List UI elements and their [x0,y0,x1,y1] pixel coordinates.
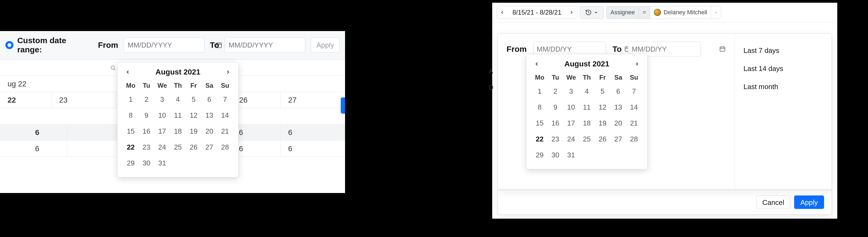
chevron-left-icon[interactable] [532,60,541,68]
from-date-input[interactable] [537,45,624,53]
calendar-day[interactable]: 26 [595,131,610,147]
chevron-left-icon[interactable] [123,68,132,76]
date-range-label[interactable]: 8/15/21 - 8/28/21 [507,9,566,16]
calendar-day[interactable]: 11 [170,107,186,123]
calendar-day[interactable]: 8 [123,107,138,123]
calendar-day[interactable]: 15 [532,115,548,131]
calendar-day[interactable]: 14 [626,99,642,115]
calendar-day[interactable]: 30 [138,155,154,171]
calendar-day[interactable]: 13 [202,107,217,123]
calendar-day[interactable]: 5 [595,83,610,99]
preset-list: Last 7 days Last 14 days Last month [735,33,832,189]
chevron-right-icon[interactable] [566,6,577,19]
calendar-day[interactable]: 12 [595,99,610,115]
cancel-button[interactable]: Cancel [756,195,790,209]
calendar-day[interactable]: 16 [548,115,563,131]
chip-close-icon[interactable] [711,6,721,19]
calendar-day[interactable]: 13 [610,99,626,115]
filter-chip[interactable]: Assignee = Delaney Mitchell [606,6,721,19]
calendar-day[interactable]: 25 [170,139,186,155]
calendar-day[interactable]: 24 [563,131,579,147]
calendar-day[interactable]: 17 [154,123,170,139]
calendar-day[interactable]: 9 [138,107,154,123]
chip-op: = [639,6,650,19]
calendar-day[interactable]: 15 [123,123,138,139]
preset-last-7-days[interactable]: Last 7 days [743,42,823,60]
table-cell: 22 [0,92,52,108]
calendar-dow: Th [170,80,186,91]
calendar-day[interactable]: 7 [217,91,233,107]
calendar-day[interactable]: 31 [154,155,170,171]
calendar-day[interactable]: 28 [217,139,233,155]
calendar-day[interactable]: 14 [217,107,233,123]
preset-last-month[interactable]: Last month [743,78,823,96]
chevron-right-icon[interactable] [224,68,232,76]
calendar-day[interactable]: 3 [154,91,170,107]
calendar-day[interactable]: 19 [595,115,610,131]
calendar-day[interactable]: 31 [563,147,579,163]
calendar-day[interactable]: 3 [563,83,579,99]
calendar-day[interactable]: 12 [186,107,202,123]
calendar-day[interactable]: 18 [579,115,595,131]
calendar-day[interactable]: 6 [610,83,626,99]
calendar-day[interactable]: 2 [138,91,154,107]
calendar-day[interactable]: 24 [154,139,170,155]
calendar-dow: Fr [595,72,610,83]
calendar-day[interactable]: 21 [217,123,233,139]
chevron-left-icon[interactable] [497,6,507,19]
calendar-icon[interactable] [719,46,726,53]
table-cell: 27 [281,92,345,108]
to-date-input[interactable] [631,45,719,53]
apply-button[interactable]: Apply [311,37,340,53]
calendar-day[interactable]: 28 [626,131,642,147]
calendar-day[interactable]: 29 [532,147,548,163]
calendar-day[interactable]: 20 [610,115,626,131]
calendar-day[interactable]: 9 [548,99,563,115]
calendar-day[interactable]: 10 [154,107,170,123]
calendar-dow: Sa [202,80,217,91]
calendar-dow: Tu [548,72,563,83]
from-date-input-wrap[interactable] [124,37,205,53]
calendar-day[interactable]: 20 [202,123,217,139]
calendar-day[interactable]: 2 [548,83,563,99]
calendar-day[interactable]: 29 [123,155,138,171]
custom-date-range-radio[interactable]: Custom date range: [5,36,93,54]
calendar-day[interactable]: 7 [626,83,642,99]
calendar-day[interactable]: 23 [138,139,154,155]
calendar-day[interactable]: 5 [186,91,202,107]
calendar-day[interactable]: 17 [563,115,579,131]
preset-last-14-days[interactable]: Last 14 days [743,60,823,78]
calendar-day[interactable]: 16 [138,123,154,139]
chevron-right-icon[interactable] [633,60,641,68]
calendar-day [202,155,217,171]
calendar-day[interactable]: 27 [202,139,217,155]
calendar-day[interactable]: 30 [548,147,563,163]
calendar-day[interactable]: 23 [548,131,563,147]
calendar-day[interactable]: 4 [170,91,186,107]
calendar-day[interactable]: 4 [579,83,595,99]
calendar-day[interactable]: 10 [563,99,579,115]
to-date-input-wrap[interactable] [224,37,305,53]
calendar-day[interactable]: 25 [579,131,595,147]
calendar-dow: Sa [610,72,626,83]
apply-button[interactable]: Apply [794,195,824,209]
calendar-day[interactable]: 8 [532,99,548,115]
calendar-day[interactable]: 22 [123,139,138,155]
calendar-day[interactable]: 19 [186,123,202,139]
from-date-input[interactable] [128,41,215,49]
calendar-day[interactable]: 26 [186,139,202,155]
calendar-day[interactable]: 21 [626,115,642,131]
calendar-day[interactable]: 11 [579,99,595,115]
calendar-day[interactable]: 6 [202,91,217,107]
calendar-day[interactable]: 22 [532,131,548,147]
to-date-input[interactable] [228,41,316,49]
calendar-day[interactable]: 27 [610,131,626,147]
calendar-day[interactable]: 1 [532,83,548,99]
calendar-day[interactable]: 18 [170,123,186,139]
chip-value: Delaney Mitchell [650,6,711,19]
to-label: To [210,41,219,50]
calendar-nav: August 2021 [123,66,233,80]
table-cell: 6 [0,125,67,140]
history-dropdown[interactable] [580,6,603,19]
calendar-day[interactable]: 1 [123,91,138,107]
